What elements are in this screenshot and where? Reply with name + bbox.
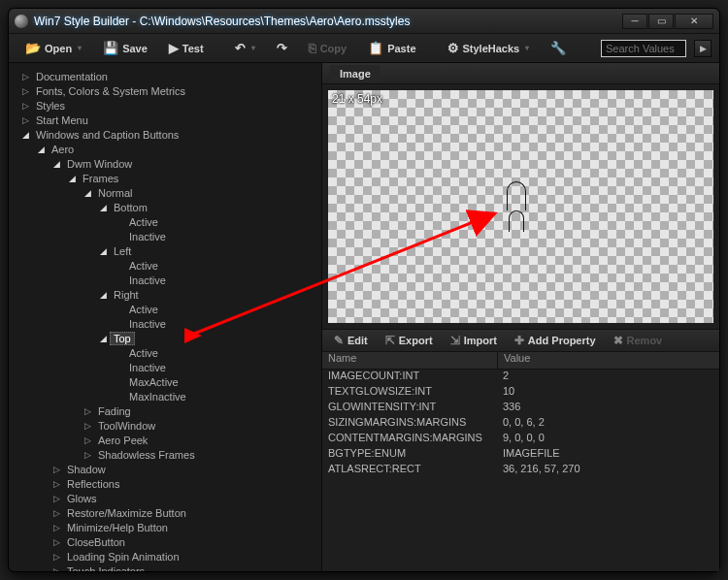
tree-item[interactable]: Fading bbox=[17, 403, 321, 418]
wrench-icon: 🔧 bbox=[550, 41, 566, 55]
maximize-button[interactable]: ▭ bbox=[648, 14, 674, 29]
prop-name: TEXTGLOWSIZE:INT bbox=[322, 385, 497, 401]
tree-item[interactable]: Minimize/Help Button bbox=[17, 520, 321, 534]
tree-item[interactable]: Styles bbox=[17, 98, 321, 113]
close-button[interactable]: ✕ bbox=[675, 14, 713, 29]
tree-item[interactable]: Glows bbox=[17, 491, 321, 505]
tree-item[interactable]: Bottom bbox=[17, 200, 321, 214]
tree-item-selected[interactable]: Top bbox=[17, 331, 321, 345]
search-go-button[interactable]: ▶ bbox=[694, 40, 711, 57]
tree-item[interactable]: Active bbox=[17, 345, 321, 360]
col-value[interactable]: Value bbox=[497, 352, 719, 369]
prop-name: IMAGECOUNT:INT bbox=[322, 370, 497, 385]
property-grid[interactable]: Name Value IMAGECOUNT:INT2TEXTGLOWSIZE:I… bbox=[322, 352, 719, 571]
property-row[interactable]: GLOWINTENSITY:INT336 bbox=[322, 401, 719, 416]
property-toolbar: ✎Edit ⇱Export ⇲Import ✚Add Property ✖Rem… bbox=[322, 329, 719, 352]
image-dimensions-label: 21 x 54px bbox=[328, 90, 386, 108]
property-row[interactable]: TEXTGLOWSIZE:INT10 bbox=[322, 385, 719, 401]
chevron-down-icon: ▾ bbox=[251, 44, 255, 52]
tree-item[interactable]: Active bbox=[17, 258, 321, 273]
titlebar[interactable]: Win7 Style Builder - C:\Windows\Resource… bbox=[9, 9, 719, 34]
tree-item[interactable]: Documentation bbox=[17, 69, 321, 83]
property-row[interactable]: CONTENTMARGINS:MARGINS9, 0, 0, 0 bbox=[322, 432, 719, 447]
preview-glyph bbox=[507, 181, 526, 210]
tree-item[interactable]: Frames bbox=[17, 171, 321, 185]
prop-value[interactable]: 2 bbox=[497, 370, 719, 385]
tree-item[interactable]: Left bbox=[17, 243, 321, 258]
tree-item[interactable]: Active bbox=[17, 214, 321, 229]
tree-item[interactable]: Dwm Window bbox=[17, 156, 321, 171]
prop-name: ATLASRECT:RECT bbox=[322, 463, 497, 478]
tree-item[interactable]: ToolWindow bbox=[17, 418, 321, 433]
grid-header[interactable]: Name Value bbox=[322, 352, 719, 370]
tree-item[interactable]: Shadowless Frames bbox=[17, 447, 321, 462]
col-name[interactable]: Name bbox=[322, 352, 497, 369]
tree-item[interactable]: Shadow bbox=[17, 462, 321, 476]
prop-name: BGTYPE:ENUM bbox=[322, 447, 497, 463]
prop-value[interactable]: 9, 0, 0, 0 bbox=[497, 432, 719, 447]
prop-value[interactable]: IMAGEFILE bbox=[497, 447, 719, 463]
play-icon: ▶ bbox=[169, 41, 179, 55]
image-tab[interactable]: Image bbox=[330, 65, 381, 82]
tree-view[interactable]: Documentation Fonts, Colors & System Met… bbox=[9, 63, 321, 571]
save-icon: 💾 bbox=[103, 41, 118, 55]
minimize-button[interactable]: ─ bbox=[622, 14, 647, 29]
tree-item[interactable]: Loading Spin Animation bbox=[17, 549, 321, 564]
prop-value[interactable]: 10 bbox=[497, 385, 719, 401]
pencil-icon: ✎ bbox=[334, 334, 344, 347]
tree-item[interactable]: Inactive bbox=[17, 316, 321, 331]
property-row[interactable]: ATLASRECT:RECT36, 216, 57, 270 bbox=[322, 463, 719, 478]
paste-icon: 📋 bbox=[368, 41, 383, 55]
tree-item[interactable]: Normal bbox=[17, 185, 321, 200]
open-button[interactable]: 📂Open▾ bbox=[17, 37, 90, 59]
search-input[interactable] bbox=[606, 43, 681, 54]
prop-value[interactable]: 336 bbox=[497, 401, 719, 416]
tree-item[interactable]: MaxActive bbox=[17, 374, 321, 389]
search-box[interactable] bbox=[601, 40, 686, 57]
image-preview[interactable]: 21 x 54px bbox=[322, 84, 719, 329]
undo-button[interactable]: ↶▾ bbox=[226, 37, 264, 59]
settings-button[interactable]: 🔧 bbox=[542, 37, 575, 59]
tree-item[interactable]: Reflections bbox=[17, 476, 321, 491]
tree-item[interactable]: Restore/Maximize Button bbox=[17, 505, 321, 520]
paste-button[interactable]: 📋Paste bbox=[359, 37, 424, 59]
tree-item[interactable]: MaxInactive bbox=[17, 389, 321, 403]
preview-glyph bbox=[509, 210, 524, 232]
prop-value[interactable]: 36, 216, 57, 270 bbox=[497, 463, 719, 478]
export-icon: ⇱ bbox=[385, 334, 395, 347]
prop-name: GLOWINTENSITY:INT bbox=[322, 401, 497, 416]
plus-icon: ✚ bbox=[514, 334, 524, 347]
save-button[interactable]: 💾Save bbox=[94, 37, 156, 59]
chevron-down-icon: ▾ bbox=[78, 44, 82, 52]
image-tab-header: Image bbox=[322, 63, 719, 84]
test-button[interactable]: ▶Test bbox=[160, 37, 213, 59]
tree-item[interactable]: Start Menu bbox=[17, 113, 321, 127]
import-icon: ⇲ bbox=[450, 334, 460, 347]
tree-item[interactable]: Windows and Caption Buttons bbox=[17, 127, 321, 142]
edit-button[interactable]: ✎Edit bbox=[328, 332, 374, 349]
tree-item[interactable]: Aero Peek bbox=[17, 433, 321, 447]
stylehacks-button[interactable]: ⚙StyleHacks▾ bbox=[439, 37, 539, 59]
tree-item[interactable]: CloseButton bbox=[17, 534, 321, 549]
tree-item[interactable]: Right bbox=[17, 287, 321, 302]
copy-button[interactable]: ⎘Copy bbox=[300, 37, 356, 59]
undo-icon: ↶ bbox=[235, 41, 246, 55]
redo-button[interactable]: ↷ bbox=[268, 37, 296, 59]
tree-item[interactable]: Aero bbox=[17, 142, 321, 156]
export-button[interactable]: ⇱Export bbox=[380, 332, 439, 349]
prop-value[interactable]: 0, 0, 6, 2 bbox=[497, 416, 719, 432]
tree-item[interactable]: Inactive bbox=[17, 360, 321, 374]
tree-item[interactable]: Inactive bbox=[17, 273, 321, 287]
tree-item[interactable]: Touch Indicators bbox=[17, 564, 321, 571]
remove-property-button[interactable]: ✖Remov bbox=[608, 332, 669, 349]
property-row[interactable]: IMAGECOUNT:INT2 bbox=[322, 370, 719, 385]
tree-item[interactable]: Fonts, Colors & System Metrics bbox=[17, 83, 321, 98]
property-row[interactable]: BGTYPE:ENUMIMAGEFILE bbox=[322, 447, 719, 463]
x-icon: ✖ bbox=[613, 334, 623, 347]
tree-item[interactable]: Active bbox=[17, 302, 321, 316]
add-property-button[interactable]: ✚Add Property bbox=[509, 332, 602, 349]
app-icon bbox=[15, 15, 28, 28]
property-row[interactable]: SIZINGMARGINS:MARGINS0, 0, 6, 2 bbox=[322, 416, 719, 432]
import-button[interactable]: ⇲Import bbox=[445, 332, 503, 349]
tree-item[interactable]: Inactive bbox=[17, 229, 321, 243]
